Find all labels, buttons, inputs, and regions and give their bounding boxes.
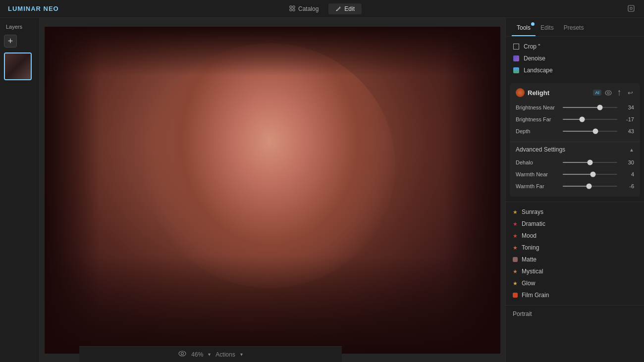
slider-warmth-near-label: Warmth Near: [516, 171, 563, 177]
filter-list: ★ Sunrays ★ Dramatic ★ Mood ★ Toning Mat…: [506, 204, 644, 303]
slider-brightness-near-value: 34: [620, 104, 634, 110]
filter-film-grain[interactable]: Film Grain: [506, 289, 644, 301]
slider-brightness-far-label: Brightness Far: [516, 116, 563, 122]
slider-warmth-far-label: Warmth Far: [516, 183, 563, 189]
tool-crop[interactable]: Crop ": [506, 41, 644, 52]
visibility-icon: [178, 351, 186, 358]
app-logo: LUMINAR NEO: [8, 5, 59, 12]
actions-chevron-icon[interactable]: ▾: [240, 352, 243, 357]
relight-header: Relight AI ⭡ ↩: [510, 83, 640, 102]
slider-warmth-far-value: -6: [620, 183, 634, 189]
slider-warmth-near: Warmth Near 4: [516, 171, 634, 178]
landscape-icon: [513, 67, 520, 74]
relight-visibility-icon[interactable]: [604, 89, 612, 97]
slider-warmth-near-track[interactable]: [563, 171, 617, 178]
advanced-settings-header[interactable]: Advanced Settings ▲: [510, 142, 640, 157]
relight-sliders: Brightness Near 34 Brightness Far: [510, 102, 640, 142]
layer-thumb-image: [5, 53, 31, 79]
matte-icon: [513, 257, 518, 262]
svg-point-8: [605, 91, 611, 95]
actions-label[interactable]: Actions: [215, 351, 235, 358]
right-panel: Tools Edits Presets Crop " Denoise Lan: [505, 18, 644, 362]
crop-icon: [513, 43, 520, 50]
slider-warmth-far: Warmth Far -6: [516, 183, 634, 190]
layers-title: Layers: [4, 24, 35, 30]
svg-rect-3: [293, 9, 295, 11]
slider-warmth-near-thumb[interactable]: [590, 172, 595, 177]
relight-star-icon[interactable]: ⭡: [615, 89, 623, 97]
advanced-settings-label: Advanced Settings: [516, 146, 629, 153]
tab-presets[interactable]: Presets: [559, 20, 589, 36]
slider-brightness-far: Brightness Far -17: [516, 116, 634, 123]
mood-icon: ★: [513, 233, 518, 239]
advanced-settings-chevron-icon: ▲: [629, 147, 634, 153]
tab-edits[interactable]: Edits: [536, 20, 559, 36]
svg-point-7: [181, 353, 184, 355]
svg-rect-2: [290, 9, 292, 11]
sunrays-icon: ★: [513, 209, 518, 215]
slider-warmth-far-track[interactable]: [563, 183, 617, 190]
advanced-settings-sliders: Dehalo 30 Warmth Near: [510, 157, 640, 197]
canvas-area: 46% ▾ Actions ▾: [40, 18, 505, 362]
layer-thumbnail[interactable]: [4, 52, 32, 80]
canvas-statusbar: 46% ▾ Actions ▾: [79, 346, 342, 362]
add-layer-button[interactable]: +: [4, 35, 17, 48]
slider-depth-label: Depth: [516, 128, 563, 134]
slider-dehalo-thumb[interactable]: [588, 160, 593, 165]
main-layout: Layers + 46% ▾ Actions ▾ Tools: [0, 18, 644, 362]
filter-glow[interactable]: ★ Glow: [506, 277, 644, 289]
denoise-icon: [513, 55, 520, 62]
slider-depth-thumb[interactable]: [593, 129, 598, 134]
topbar-right: [627, 4, 636, 13]
tools-badge: [531, 22, 535, 26]
nav-edit[interactable]: Edit: [328, 3, 362, 14]
window-icon[interactable]: [627, 4, 636, 13]
filter-mystical[interactable]: ★ Mystical: [506, 265, 644, 277]
slider-depth: Depth 43: [516, 128, 634, 135]
panel-tabs: Tools Edits Presets: [506, 18, 644, 37]
filter-matte[interactable]: Matte: [506, 254, 644, 265]
relight-undo-icon[interactable]: ↩: [626, 89, 634, 97]
slider-brightness-far-value: -17: [620, 116, 634, 122]
slider-brightness-near-track[interactable]: [563, 104, 617, 111]
slider-warmth-near-value: 4: [620, 171, 634, 177]
slider-brightness-near-label: Brightness Near: [516, 104, 563, 110]
tool-denoise[interactable]: Denoise: [506, 52, 644, 64]
filter-mood[interactable]: ★ Mood: [506, 230, 644, 242]
slider-depth-value: 43: [620, 128, 634, 134]
zoom-chevron-icon[interactable]: ▾: [208, 352, 211, 357]
tab-tools[interactable]: Tools: [512, 20, 536, 36]
svg-rect-1: [293, 6, 295, 8]
slider-brightness-near: Brightness Near 34: [516, 104, 634, 111]
relight-ai-badge: AI: [593, 90, 601, 96]
slider-brightness-far-thumb[interactable]: [579, 117, 585, 122]
dramatic-icon: ★: [513, 221, 518, 227]
topbar: LUMINAR NEO Catalog Edit: [0, 0, 644, 18]
mystical-icon: ★: [513, 268, 518, 275]
slider-dehalo-track[interactable]: [563, 159, 617, 166]
relight-header-icons: ⭡ ↩: [604, 89, 634, 97]
edit-icon: [335, 5, 342, 12]
svg-point-9: [607, 92, 609, 94]
left-panel: Layers +: [0, 18, 40, 362]
slider-depth-track[interactable]: [563, 128, 617, 135]
slider-dehalo-label: Dehalo: [516, 159, 563, 165]
zoom-level[interactable]: 46%: [191, 351, 203, 358]
slider-warmth-far-thumb[interactable]: [586, 184, 591, 189]
relight-icon: [516, 88, 525, 97]
slider-brightness-near-thumb[interactable]: [597, 105, 602, 110]
filter-toning[interactable]: ★ Toning: [506, 242, 644, 254]
nav-catalog[interactable]: Catalog: [282, 3, 325, 14]
filter-dramatic[interactable]: ★ Dramatic: [506, 218, 644, 230]
svg-rect-5: [628, 5, 634, 11]
film-grain-icon: [513, 293, 518, 298]
slider-brightness-far-track[interactable]: [563, 116, 617, 123]
toning-icon: ★: [513, 245, 518, 251]
catalog-icon: [289, 5, 296, 12]
tools-section: Crop " Denoise Landscape: [506, 37, 644, 80]
filter-separator: [506, 305, 644, 306]
tool-landscape[interactable]: Landscape: [506, 64, 644, 76]
top-nav: Catalog Edit: [282, 3, 362, 14]
portrait-section-label: Portrait: [506, 308, 644, 320]
filter-sunrays[interactable]: ★ Sunrays: [506, 206, 644, 218]
